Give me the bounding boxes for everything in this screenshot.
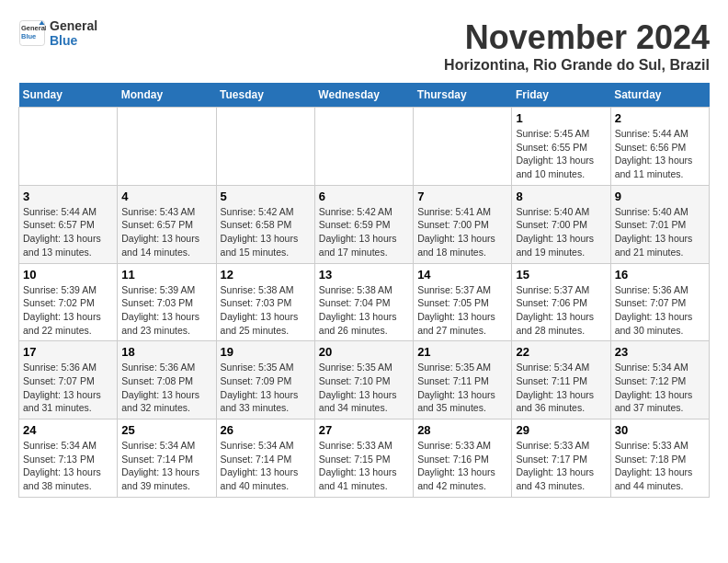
weekday-header-friday: Friday xyxy=(512,83,610,108)
day-cell: 1Sunrise: 5:45 AM Sunset: 6:55 PM Daylig… xyxy=(512,108,610,186)
day-number: 30 xyxy=(615,423,705,437)
day-cell: 17Sunrise: 5:36 AM Sunset: 7:07 PM Dayli… xyxy=(19,341,118,419)
day-number: 26 xyxy=(221,423,311,437)
day-number: 14 xyxy=(417,268,507,282)
week-row-4: 17Sunrise: 5:36 AM Sunset: 7:07 PM Dayli… xyxy=(19,341,710,419)
day-cell: 27Sunrise: 5:33 AM Sunset: 7:15 PM Dayli… xyxy=(314,419,413,498)
day-info: Sunrise: 5:33 AM Sunset: 7:18 PM Dayligh… xyxy=(615,439,705,493)
day-number: 6 xyxy=(319,190,409,203)
day-number: 17 xyxy=(23,345,113,359)
day-info: Sunrise: 5:37 AM Sunset: 7:05 PM Dayligh… xyxy=(417,283,507,338)
month-title: November 2024 xyxy=(444,18,710,57)
day-cell: 11Sunrise: 5:39 AM Sunset: 7:03 PM Dayli… xyxy=(118,263,216,341)
day-info: Sunrise: 5:34 AM Sunset: 7:13 PM Dayligh… xyxy=(23,439,113,493)
logo-icon: General Blue xyxy=(18,19,46,47)
day-info: Sunrise: 5:39 AM Sunset: 7:02 PM Dayligh… xyxy=(23,283,113,338)
day-number: 16 xyxy=(615,268,705,282)
week-row-1: 1Sunrise: 5:45 AM Sunset: 6:55 PM Daylig… xyxy=(19,108,710,186)
day-cell: 24Sunrise: 5:34 AM Sunset: 7:13 PM Dayli… xyxy=(19,419,118,498)
day-number: 13 xyxy=(319,268,409,282)
day-cell: 8Sunrise: 5:40 AM Sunset: 7:00 PM Daylig… xyxy=(512,185,610,263)
day-cell: 4Sunrise: 5:43 AM Sunset: 6:57 PM Daylig… xyxy=(118,185,216,263)
day-info: Sunrise: 5:38 AM Sunset: 7:04 PM Dayligh… xyxy=(319,283,409,338)
weekday-header-monday: Monday xyxy=(118,83,216,108)
day-info: Sunrise: 5:39 AM Sunset: 7:03 PM Dayligh… xyxy=(121,283,211,338)
week-row-5: 24Sunrise: 5:34 AM Sunset: 7:13 PM Dayli… xyxy=(19,419,710,498)
day-cell xyxy=(314,108,413,186)
day-info: Sunrise: 5:35 AM Sunset: 7:11 PM Dayligh… xyxy=(417,361,507,415)
day-info: Sunrise: 5:35 AM Sunset: 7:10 PM Dayligh… xyxy=(319,361,409,415)
day-info: Sunrise: 5:42 AM Sunset: 6:58 PM Dayligh… xyxy=(221,205,311,259)
weekday-header-wednesday: Wednesday xyxy=(314,83,413,108)
day-number: 7 xyxy=(417,190,507,203)
day-number: 4 xyxy=(121,190,211,203)
day-info: Sunrise: 5:44 AM Sunset: 6:56 PM Dayligh… xyxy=(615,127,705,181)
day-cell: 18Sunrise: 5:36 AM Sunset: 7:08 PM Dayli… xyxy=(118,341,216,419)
calendar-table: SundayMondayTuesdayWednesdayThursdayFrid… xyxy=(18,83,710,498)
day-number: 29 xyxy=(516,423,606,437)
day-number: 8 xyxy=(516,190,606,203)
day-number: 5 xyxy=(221,190,311,203)
day-number: 22 xyxy=(516,345,606,359)
day-number: 25 xyxy=(121,423,211,437)
day-number: 18 xyxy=(121,345,211,359)
day-info: Sunrise: 5:37 AM Sunset: 7:06 PM Dayligh… xyxy=(516,283,606,338)
day-cell: 30Sunrise: 5:33 AM Sunset: 7:18 PM Dayli… xyxy=(610,419,709,498)
weekday-header-sunday: Sunday xyxy=(19,83,118,108)
location: Horizontina, Rio Grande do Sul, Brazil xyxy=(444,57,710,74)
day-cell: 2Sunrise: 5:44 AM Sunset: 6:56 PM Daylig… xyxy=(610,108,709,186)
title-block: November 2024 Horizontina, Rio Grande do… xyxy=(444,18,710,74)
day-info: Sunrise: 5:41 AM Sunset: 7:00 PM Dayligh… xyxy=(417,205,507,259)
day-number: 19 xyxy=(221,345,311,359)
day-cell: 7Sunrise: 5:41 AM Sunset: 7:00 PM Daylig… xyxy=(414,185,512,263)
day-info: Sunrise: 5:40 AM Sunset: 7:01 PM Dayligh… xyxy=(615,205,705,259)
logo: General Blue General Blue xyxy=(18,18,97,48)
day-info: Sunrise: 5:36 AM Sunset: 7:08 PM Dayligh… xyxy=(121,361,211,415)
day-cell xyxy=(118,108,216,186)
weekday-header-thursday: Thursday xyxy=(414,83,512,108)
day-cell: 29Sunrise: 5:33 AM Sunset: 7:17 PM Dayli… xyxy=(512,419,610,498)
day-cell: 16Sunrise: 5:36 AM Sunset: 7:07 PM Dayli… xyxy=(610,263,709,341)
logo-text: General Blue xyxy=(50,18,97,48)
day-number: 24 xyxy=(23,423,113,437)
day-cell: 10Sunrise: 5:39 AM Sunset: 7:02 PM Dayli… xyxy=(19,263,118,341)
day-info: Sunrise: 5:33 AM Sunset: 7:15 PM Dayligh… xyxy=(319,439,409,493)
day-cell: 9Sunrise: 5:40 AM Sunset: 7:01 PM Daylig… xyxy=(610,185,709,263)
day-info: Sunrise: 5:34 AM Sunset: 7:12 PM Dayligh… xyxy=(615,361,705,415)
weekday-header-saturday: Saturday xyxy=(610,83,709,108)
day-cell: 12Sunrise: 5:38 AM Sunset: 7:03 PM Dayli… xyxy=(216,263,314,341)
day-number: 12 xyxy=(221,268,311,282)
day-info: Sunrise: 5:43 AM Sunset: 6:57 PM Dayligh… xyxy=(121,205,211,259)
day-cell: 21Sunrise: 5:35 AM Sunset: 7:11 PM Dayli… xyxy=(414,341,512,419)
day-cell xyxy=(414,108,512,186)
day-info: Sunrise: 5:36 AM Sunset: 7:07 PM Dayligh… xyxy=(615,283,705,338)
day-info: Sunrise: 5:33 AM Sunset: 7:16 PM Dayligh… xyxy=(417,439,507,493)
day-number: 15 xyxy=(516,268,606,282)
day-info: Sunrise: 5:34 AM Sunset: 7:14 PM Dayligh… xyxy=(121,439,211,493)
day-number: 28 xyxy=(417,423,507,437)
day-cell: 26Sunrise: 5:34 AM Sunset: 7:14 PM Dayli… xyxy=(216,419,314,498)
day-cell xyxy=(216,108,314,186)
day-cell: 20Sunrise: 5:35 AM Sunset: 7:10 PM Dayli… xyxy=(314,341,413,419)
svg-text:Blue: Blue xyxy=(21,32,36,40)
day-cell: 14Sunrise: 5:37 AM Sunset: 7:05 PM Dayli… xyxy=(414,263,512,341)
day-cell: 28Sunrise: 5:33 AM Sunset: 7:16 PM Dayli… xyxy=(414,419,512,498)
day-cell: 23Sunrise: 5:34 AM Sunset: 7:12 PM Dayli… xyxy=(610,341,709,419)
week-row-3: 10Sunrise: 5:39 AM Sunset: 7:02 PM Dayli… xyxy=(19,263,710,341)
day-cell: 25Sunrise: 5:34 AM Sunset: 7:14 PM Dayli… xyxy=(118,419,216,498)
page-header: General Blue General Blue November 2024 … xyxy=(18,18,710,74)
day-number: 2 xyxy=(615,111,705,125)
svg-text:General: General xyxy=(21,24,46,32)
day-number: 1 xyxy=(516,111,606,125)
day-info: Sunrise: 5:44 AM Sunset: 6:57 PM Dayligh… xyxy=(23,205,113,259)
day-cell: 5Sunrise: 5:42 AM Sunset: 6:58 PM Daylig… xyxy=(216,185,314,263)
day-cell: 19Sunrise: 5:35 AM Sunset: 7:09 PM Dayli… xyxy=(216,341,314,419)
day-cell: 3Sunrise: 5:44 AM Sunset: 6:57 PM Daylig… xyxy=(19,185,118,263)
day-cell: 6Sunrise: 5:42 AM Sunset: 6:59 PM Daylig… xyxy=(314,185,413,263)
week-row-2: 3Sunrise: 5:44 AM Sunset: 6:57 PM Daylig… xyxy=(19,185,710,263)
day-cell: 22Sunrise: 5:34 AM Sunset: 7:11 PM Dayli… xyxy=(512,341,610,419)
day-number: 21 xyxy=(417,345,507,359)
day-cell: 15Sunrise: 5:37 AM Sunset: 7:06 PM Dayli… xyxy=(512,263,610,341)
day-info: Sunrise: 5:34 AM Sunset: 7:11 PM Dayligh… xyxy=(516,361,606,415)
day-number: 11 xyxy=(121,268,211,282)
